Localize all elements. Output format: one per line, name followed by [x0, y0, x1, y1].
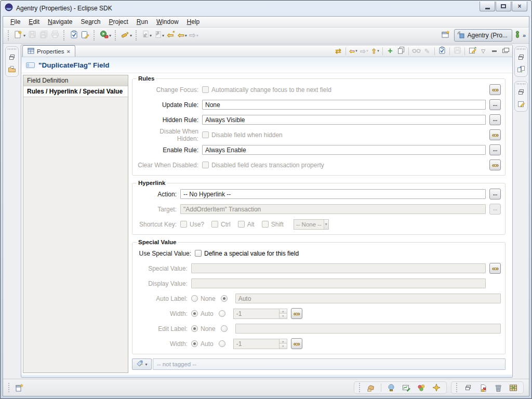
mark-occurrences-button[interactable]: ▾ — [119, 29, 133, 42]
task-check-button[interactable] — [68, 29, 79, 42]
validate-button[interactable] — [437, 46, 447, 56]
forward-button[interactable]: ⇨ ▾ — [188, 29, 200, 42]
view-forward-button[interactable]: ⇨▾ — [359, 46, 369, 56]
note-edit-button[interactable] — [516, 99, 526, 109]
toolbar-grip[interactable] — [8, 30, 10, 41]
width-custom-radio[interactable] — [219, 310, 225, 317]
tab-close-icon[interactable]: × — [66, 48, 70, 55]
tag-button[interactable]: ▾ — [132, 358, 152, 370]
tag-dropdown-icon[interactable]: ▾ — [145, 362, 147, 367]
width-edit-custom-radio[interactable] — [219, 340, 225, 347]
edit-label-custom-radio[interactable] — [221, 325, 228, 332]
change-focus-rule-button[interactable]: «» — [489, 84, 501, 95]
spinner-up-icon[interactable]: ▲ — [280, 309, 287, 314]
run-dropdown-icon[interactable]: ▾ — [109, 33, 111, 38]
update-rule-input[interactable] — [202, 100, 486, 110]
show-definition-button[interactable] — [411, 46, 421, 56]
restore-view-button[interactable] — [7, 52, 17, 62]
nav-field-definition[interactable]: Field Definition — [23, 75, 128, 86]
width-auto-radio[interactable] — [191, 310, 198, 317]
add-definition-button[interactable]: + — [385, 46, 395, 56]
maximize-button[interactable] — [496, 2, 511, 11]
shortcut-ctrl-checkbox[interactable] — [211, 221, 218, 228]
maximize-view-button[interactable] — [500, 46, 510, 56]
task-edit-button[interactable] — [79, 29, 91, 42]
update-rule-browse-button[interactable]: ... — [489, 99, 501, 110]
hidden-rule-browse-button[interactable]: ... — [489, 114, 501, 125]
previous-annotation-button[interactable]: ▾ — [153, 29, 165, 42]
run-publish-button[interactable]: ▾ — [98, 29, 112, 42]
width-edit-auto-radio[interactable] — [191, 340, 198, 347]
open-folder-button[interactable] — [7, 64, 17, 74]
toolbar-grip[interactable] — [94, 30, 96, 41]
enable-rule-browse-button[interactable]: ... — [489, 144, 501, 155]
menu-help[interactable]: Help — [183, 17, 204, 26]
minimize-view-button[interactable] — [489, 46, 499, 56]
toolbar-grip[interactable] — [115, 30, 117, 41]
back-button[interactable]: ⇦ ▾ — [177, 29, 188, 42]
shortcut-use-checkbox[interactable] — [180, 221, 187, 228]
trim-grip[interactable] — [517, 48, 525, 50]
marker-dropdown-icon[interactable]: ▾ — [130, 33, 132, 38]
auto-label-custom-radio[interactable] — [221, 295, 228, 302]
new-button[interactable]: ▾ — [12, 29, 26, 42]
spinner-down-icon[interactable]: ▼ — [280, 344, 287, 349]
new-dropdown-icon[interactable]: ▾ — [23, 33, 25, 38]
back-dropdown-icon[interactable]: ▾ — [355, 49, 357, 53]
next-annotation-dropdown-icon[interactable]: ▾ — [150, 33, 152, 38]
shortcut-shift-checkbox[interactable] — [262, 221, 269, 228]
tab-properties[interactable]: Properties × — [22, 45, 75, 57]
previous-annotation-dropdown-icon[interactable]: ▾ — [162, 33, 164, 38]
spinner-down-icon[interactable]: ▼ — [280, 314, 287, 318]
close-button[interactable]: × — [512, 2, 527, 11]
width-rule-button[interactable]: «» — [291, 308, 302, 319]
up-dropdown-icon[interactable]: ▾ — [377, 49, 379, 53]
toolbar-grip[interactable] — [63, 30, 65, 41]
view-up-button[interactable]: ⇧▾ — [370, 46, 380, 56]
menu-run[interactable]: Run — [132, 17, 152, 26]
width-edit-rule-button[interactable]: «» — [291, 338, 302, 349]
balloons-button[interactable] — [416, 383, 427, 392]
new-note-button[interactable] — [467, 46, 477, 56]
restore-trimstack-button[interactable] — [463, 383, 473, 392]
view-menu-button[interactable]: ▽ — [478, 46, 488, 56]
shortcut-alt-checkbox[interactable] — [238, 221, 245, 228]
trash-button[interactable] — [493, 383, 503, 392]
bookmark-file-button[interactable] — [478, 383, 488, 392]
green-figure-icon[interactable] — [515, 31, 520, 41]
compass-button[interactable] — [431, 383, 442, 392]
perspective-more-chevron[interactable]: » — [523, 32, 526, 38]
menu-search[interactable]: Search — [76, 17, 104, 26]
status-grip[interactable] — [359, 383, 361, 392]
disable-when-hidden-rule-button[interactable]: «» — [489, 129, 501, 140]
nav-rules-hyperlink-special-value[interactable]: Rules / Hyperlink / Special Value — [23, 86, 128, 97]
status-grip[interactable] — [8, 383, 10, 392]
clear-when-disabled-checkbox[interactable] — [202, 162, 209, 168]
save-all-button[interactable] — [38, 29, 49, 42]
last-edit-location-button[interactable]: ⇦ * — [165, 29, 177, 42]
menu-window[interactable]: Window — [152, 17, 183, 26]
trim-grip[interactable] — [8, 48, 16, 50]
clear-when-disabled-rule-button[interactable]: «» — [489, 159, 501, 170]
open-perspective-button[interactable] — [440, 29, 451, 42]
minimize-button[interactable] — [480, 2, 495, 11]
menu-edit[interactable]: Edit — [24, 17, 44, 26]
fast-view-button[interactable] — [14, 383, 24, 392]
disable-when-hidden-checkbox[interactable] — [202, 131, 209, 138]
menu-file[interactable]: File — [6, 17, 24, 26]
toolbar-grip[interactable] — [136, 30, 138, 41]
hand-box-button[interactable] — [366, 383, 376, 392]
change-focus-checkbox[interactable] — [202, 86, 209, 93]
special-value-rule-button[interactable]: «» — [489, 263, 501, 274]
edit-label-none-radio[interactable] — [191, 325, 198, 332]
save-button[interactable] — [26, 29, 38, 42]
trim-grip[interactable] — [517, 83, 525, 85]
tag-input[interactable] — [153, 358, 506, 370]
view-back-button[interactable]: ⇦▾ — [348, 46, 358, 56]
enable-rule-input[interactable] — [202, 145, 486, 155]
auto-label-none-radio[interactable] — [191, 295, 198, 302]
menu-navigate[interactable]: Navigate — [44, 17, 76, 26]
sync-documents-button[interactable] — [516, 64, 526, 74]
view-save-button[interactable] — [452, 46, 462, 56]
print-button[interactable] — [49, 29, 61, 42]
